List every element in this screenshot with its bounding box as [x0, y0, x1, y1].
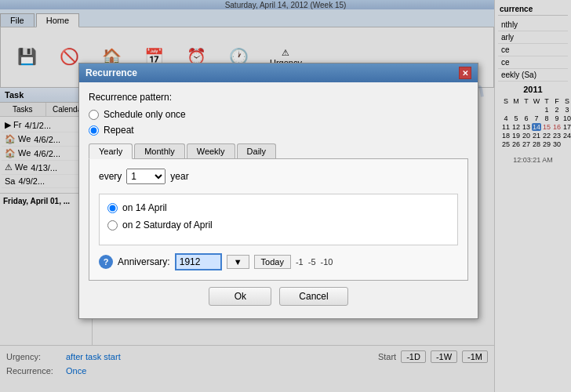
schedule-once-radio[interactable]	[89, 110, 99, 120]
year-label: year	[170, 171, 188, 182]
on-weekday-radio[interactable]	[107, 220, 118, 230]
anniversary-row: ? Anniversary: ▼ Today -1 -5 -10	[99, 253, 458, 270]
offset-neg1[interactable]: -1	[296, 257, 304, 267]
schedule-once-label: Schedule only once	[104, 109, 186, 120]
schedule-once-option[interactable]: Schedule only once	[89, 109, 468, 120]
recurrence-dialog: Recurrence ✕ Recurrence pattern: Schedul…	[78, 63, 478, 319]
recurrence-tabs: Yearly Monthly Weekly Daily	[89, 143, 468, 159]
ok-button[interactable]: Ok	[209, 287, 271, 306]
on-date-option[interactable]: on 14 April	[107, 202, 449, 213]
modal-overlay: Recurrence ✕ Recurrence pattern: Schedul…	[0, 0, 571, 392]
tab-daily[interactable]: Daily	[237, 143, 276, 158]
today-button[interactable]: Today	[254, 255, 291, 269]
on-date-radio[interactable]	[107, 203, 118, 213]
recurrence-options: on 14 April on 2 Saturday of April	[99, 194, 458, 245]
every-select[interactable]: 1 2 3	[126, 169, 165, 184]
every-label: every	[99, 171, 122, 182]
tab-yearly[interactable]: Yearly	[89, 143, 133, 159]
repeat-option[interactable]: Repeat	[89, 125, 468, 136]
anniversary-dropdown-button[interactable]: ▼	[227, 255, 249, 269]
modal-titlebar: Recurrence ✕	[79, 64, 478, 82]
modal-close-button[interactable]: ✕	[459, 67, 471, 79]
modal-body: Recurrence pattern: Schedule only once R…	[79, 82, 478, 318]
repeat-radio[interactable]	[89, 125, 99, 136]
modal-title: Recurrence	[85, 67, 137, 78]
anniversary-label: Anniversary:	[118, 256, 170, 267]
dialog-buttons: Ok Cancel	[89, 281, 468, 309]
recurrence-pattern-label: Recurrence pattern:	[89, 92, 468, 103]
tab-monthly[interactable]: Monthly	[134, 143, 185, 158]
cancel-button[interactable]: Cancel	[279, 287, 347, 306]
on-weekday-label: on 2 Saturday of April	[122, 220, 213, 230]
tab-weekly[interactable]: Weekly	[187, 143, 235, 158]
offset-neg5[interactable]: -5	[308, 257, 316, 267]
offset-neg10[interactable]: -10	[321, 257, 333, 267]
repeat-label: Repeat	[104, 125, 134, 136]
tab-content-yearly: every 1 2 3 year on 14 April o	[89, 159, 468, 281]
help-button[interactable]: ?	[99, 255, 113, 269]
anniversary-input[interactable]	[175, 253, 222, 270]
on-date-label: on 14 April	[122, 202, 167, 213]
every-row: every 1 2 3 year	[99, 169, 458, 184]
on-weekday-option[interactable]: on 2 Saturday of April	[107, 220, 449, 230]
